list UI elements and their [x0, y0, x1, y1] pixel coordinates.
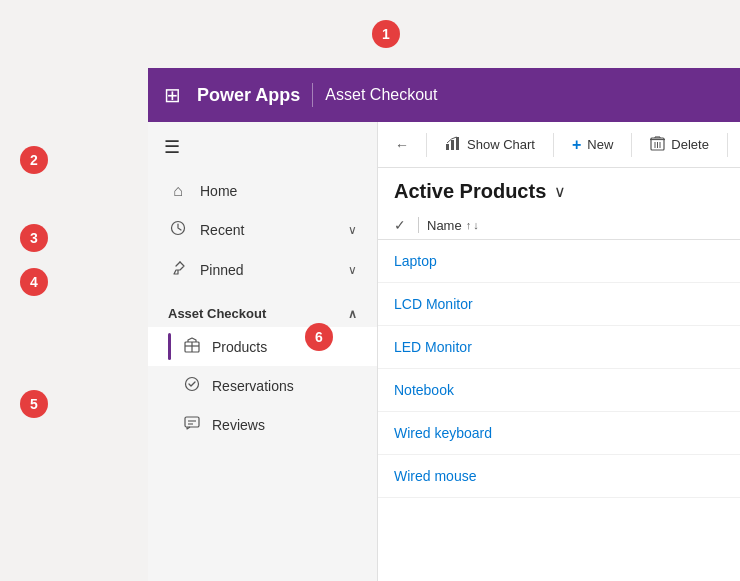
col-name-header[interactable]: Name ↑ ↓: [427, 218, 479, 233]
back-icon: ←: [395, 137, 409, 153]
svg-point-4: [186, 378, 199, 391]
sidebar-section-label-text: Asset Checkout: [168, 306, 266, 321]
list-item[interactable]: Laptop: [378, 240, 740, 283]
toolbar-separator-3: [631, 133, 632, 157]
app-name: Power Apps: [197, 85, 300, 106]
svg-rect-10: [456, 137, 459, 150]
sort-asc-icon: ↑: [466, 219, 472, 231]
show-chart-button[interactable]: Show Chart: [435, 129, 545, 160]
header-page-name: Asset Checkout: [325, 86, 437, 104]
toolbar-separator-2: [553, 133, 554, 157]
reservations-icon: [184, 376, 200, 395]
new-button[interactable]: + New: [562, 130, 623, 160]
hamburger-icon: ☰: [164, 136, 180, 158]
sidebar-item-pinned[interactable]: Pinned ∨: [148, 250, 377, 290]
col-name-text: Name: [427, 218, 462, 233]
annotation-2: 2: [20, 146, 48, 174]
sidebar-item-pinned-label: Pinned: [200, 262, 348, 278]
annotation-5: 5: [20, 390, 48, 418]
product-name-link[interactable]: LED Monitor: [394, 339, 472, 355]
annotation-4: 4: [20, 268, 48, 296]
pinned-icon: [168, 260, 188, 280]
new-label: New: [587, 137, 613, 152]
list-item[interactable]: LED Monitor: [378, 326, 740, 369]
sidebar-item-recent[interactable]: Recent ∨: [148, 210, 377, 250]
sidebar-item-reviews-label: Reviews: [212, 417, 265, 433]
product-list: LaptopLCD MonitorLED MonitorNotebookWire…: [378, 240, 740, 498]
list-item[interactable]: Notebook: [378, 369, 740, 412]
toolbar: ← Show Chart + New: [378, 122, 740, 168]
col-separator: [418, 217, 419, 233]
data-view-header: Active Products ∨: [378, 168, 740, 211]
svg-rect-9: [451, 140, 454, 150]
sort-desc-icon: ↓: [473, 219, 479, 231]
reviews-icon: [184, 415, 200, 434]
main-content: ← Show Chart + New: [378, 122, 740, 581]
grid-icon[interactable]: ⊞: [164, 83, 181, 107]
hamburger-button[interactable]: ☰: [148, 122, 377, 172]
svg-rect-8: [446, 144, 449, 150]
toolbar-separator-1: [426, 133, 427, 157]
sidebar-item-home[interactable]: ⌂ Home: [148, 172, 377, 210]
data-view-chevron[interactable]: ∨: [554, 182, 566, 201]
sidebar-item-products-label: Products: [212, 339, 267, 355]
pinned-chevron: ∨: [348, 263, 357, 277]
list-item[interactable]: Wired mouse: [378, 455, 740, 498]
sidebar: ☰ ⌂ Home Recent ∨ Pinned ∨ Asset Checkou…: [148, 122, 378, 581]
back-button[interactable]: ←: [386, 129, 418, 161]
products-icon: [184, 337, 200, 356]
home-icon: ⌂: [168, 182, 188, 200]
show-chart-label: Show Chart: [467, 137, 535, 152]
data-view-title: Active Products: [394, 180, 546, 203]
list-item[interactable]: LCD Monitor: [378, 283, 740, 326]
delete-icon: [650, 135, 665, 154]
annotation-6: 6: [305, 323, 333, 351]
sidebar-item-products[interactable]: Products: [148, 327, 377, 366]
sidebar-item-recent-label: Recent: [200, 222, 348, 238]
sidebar-item-home-label: Home: [200, 183, 357, 199]
sort-icons: ↑ ↓: [466, 219, 479, 231]
product-name-link[interactable]: Laptop: [394, 253, 437, 269]
delete-label: Delete: [671, 137, 709, 152]
sidebar-section-asset-checkout[interactable]: Asset Checkout ∧: [148, 290, 377, 327]
header-divider: [312, 83, 313, 107]
col-check-icon: ✓: [394, 217, 406, 233]
section-chevron: ∧: [348, 307, 357, 321]
product-name-link[interactable]: Wired keyboard: [394, 425, 492, 441]
delete-button[interactable]: Delete: [640, 129, 719, 160]
new-icon: +: [572, 136, 581, 154]
sidebar-item-reservations[interactable]: Reservations: [148, 366, 377, 405]
chart-icon: [445, 135, 461, 154]
product-name-link[interactable]: Notebook: [394, 382, 454, 398]
sidebar-item-reservations-label: Reservations: [212, 378, 294, 394]
list-item[interactable]: Wired keyboard: [378, 412, 740, 455]
app-header: ⊞ Power Apps Asset Checkout: [148, 68, 740, 122]
annotation-3: 3: [20, 224, 48, 252]
toolbar-separator-4: [727, 133, 728, 157]
recent-icon: [168, 220, 188, 240]
product-name-link[interactable]: Wired mouse: [394, 468, 476, 484]
sidebar-item-reviews[interactable]: Reviews: [148, 405, 377, 444]
annotation-1: 1: [372, 20, 400, 48]
svg-rect-5: [185, 417, 199, 427]
recent-chevron: ∨: [348, 223, 357, 237]
column-header: ✓ Name ↑ ↓: [378, 211, 740, 240]
product-name-link[interactable]: LCD Monitor: [394, 296, 473, 312]
